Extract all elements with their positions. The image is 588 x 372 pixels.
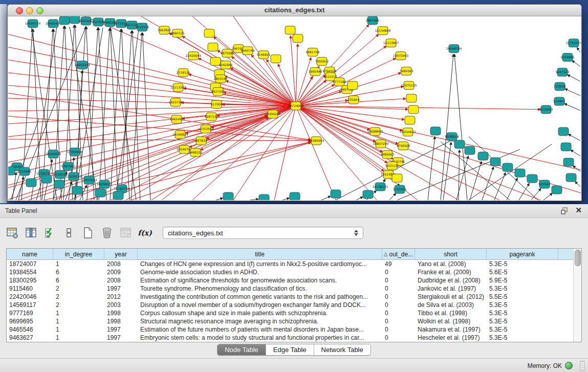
- graph-edge: [296, 80, 326, 106]
- tab-network-table[interactable]: Network Table: [314, 344, 371, 355]
- application-desktop: citations_edges.txt 14055724206914061065…: [0, 0, 588, 204]
- graph-node[interactable]: [41, 175, 52, 183]
- table-row[interactable]: 1938455462009Genome-wide association stu…: [7, 268, 573, 276]
- graph-node[interactable]: [54, 180, 64, 188]
- graph-node[interactable]: [563, 158, 574, 166]
- graph-node[interactable]: [290, 192, 300, 200]
- tab-node-table[interactable]: Node Table: [217, 344, 266, 355]
- column-header-title[interactable]: title: [138, 249, 382, 259]
- citation-network-graph[interactable]: 1405572420691406106532671527602646616010…: [8, 16, 581, 200]
- table-cell: Changes of HCN gene expression and I(f) …: [138, 260, 382, 268]
- apply-selection-button[interactable]: [43, 226, 57, 240]
- graph-node-label: 1115686: [18, 169, 32, 173]
- table-row[interactable]: 1830029562008Estimation of significance …: [7, 276, 573, 285]
- graph-node[interactable]: [408, 105, 419, 114]
- graph-node[interactable]: [223, 192, 233, 200]
- table-cell: 5.5E-5: [487, 293, 558, 300]
- function-icon: f(x): [138, 229, 152, 237]
- scrollbar-thumb[interactable]: [575, 250, 581, 266]
- vertical-scrollbar[interactable]: [573, 249, 581, 342]
- graph-node[interactable]: [347, 81, 358, 90]
- table-row[interactable]: 969969511998Structural magnetic resonanc…: [7, 317, 573, 325]
- nodes-layer: 1405572420691406106532671527602646616010…: [8, 16, 581, 200]
- table-toolbar: f(x) citations_edges.txt: [5, 223, 363, 243]
- table-row[interactable]: 946554611997Estimation of the future num…: [7, 325, 573, 334]
- table-row[interactable]: 1872400712008Changes of HCN gene express…: [7, 260, 573, 268]
- graph-edge: [389, 193, 396, 200]
- graph-node[interactable]: [392, 174, 402, 182]
- graph-edge: [571, 150, 580, 156]
- row-height-button[interactable]: [62, 226, 76, 240]
- import-table-button[interactable]: [119, 226, 133, 240]
- memory-ok-indicator[interactable]: [565, 362, 573, 369]
- graph-node[interactable]: [363, 190, 373, 199]
- select-column-button[interactable]: [24, 226, 38, 240]
- table-panel-header[interactable]: Table Panel ✕: [0, 204, 588, 218]
- graph-node[interactable]: [478, 152, 488, 160]
- graph-node[interactable]: [331, 190, 341, 198]
- graph-node[interactable]: [406, 94, 417, 102]
- table-cell: 0: [382, 269, 415, 276]
- graph-node[interactable]: [552, 186, 562, 194]
- graph-node-label: 17957253: [81, 178, 97, 182]
- column-header-pagerank[interactable]: pagerank: [487, 249, 558, 259]
- resize-grip[interactable]: [580, 361, 585, 371]
- graph-node[interactable]: [293, 34, 303, 42]
- graph-node[interactable]: [285, 26, 295, 34]
- graph-node[interactable]: [208, 43, 218, 51]
- graph-node[interactable]: [558, 127, 569, 136]
- table-row[interactable]: 946362711997Embryonic stem cells: a mode…: [7, 334, 573, 342]
- table-cell: 49: [382, 260, 415, 268]
- table-cell: 1998: [104, 318, 138, 325]
- table-row[interactable]: 911546021997Tourette syndrome. Phenomeno…: [7, 285, 573, 293]
- table-cell: 1997: [104, 334, 138, 341]
- network-canvas[interactable]: 1405572420691406106532671527602646616010…: [8, 16, 581, 200]
- graph-node[interactable]: [59, 16, 70, 25]
- table-row[interactable]: 1456911722003Disruption of a novel membe…: [7, 301, 573, 309]
- graph-node-label: 124441: [554, 99, 565, 103]
- column-header-short[interactable]: short: [415, 249, 487, 259]
- graph-node[interactable]: [26, 179, 36, 187]
- table-settings-icon: [6, 227, 18, 239]
- tab-edge-table[interactable]: Edge Table: [266, 344, 314, 355]
- column-header-in_degree[interactable]: in_degree: [53, 249, 104, 259]
- graph-node[interactable]: [95, 189, 105, 197]
- function-builder-button[interactable]: f(x): [138, 226, 152, 240]
- delete-column-button[interactable]: [100, 226, 114, 240]
- graph-node[interactable]: [271, 55, 281, 63]
- graph-node[interactable]: [405, 116, 415, 124]
- window-titlebar[interactable]: citations_edges.txt: [8, 5, 581, 16]
- graph-node-label: 8215953: [539, 107, 553, 111]
- graph-node[interactable]: [72, 186, 82, 194]
- graph-node[interactable]: [113, 191, 123, 200]
- table-row[interactable]: 2242004622012Investigating the contribut…: [7, 293, 573, 301]
- graph-node[interactable]: [430, 127, 441, 135]
- graph-node-label: 9484067: [381, 152, 395, 156]
- table-row[interactable]: 977716911998Corpus callosum shape and si…: [7, 309, 573, 317]
- column-header-out_de[interactable]: △out_de...: [382, 249, 415, 259]
- graph-node[interactable]: [527, 174, 537, 183]
- float-panel-icon[interactable]: [560, 207, 569, 215]
- close-panel-icon[interactable]: ✕: [575, 206, 582, 214]
- graph-node[interactable]: [204, 29, 214, 37]
- graph-node[interactable]: [8, 167, 15, 175]
- graph-node-label: 12213363: [170, 85, 186, 89]
- graph-edge: [568, 75, 580, 81]
- column-header-year[interactable]: year: [104, 249, 138, 259]
- graph-node[interactable]: [503, 163, 513, 171]
- new-column-button[interactable]: [81, 226, 95, 240]
- graph-node-label: 7955812: [315, 59, 329, 63]
- graph-node-label: 20206536: [46, 152, 61, 156]
- graph-node[interactable]: [515, 169, 525, 177]
- graph-node[interactable]: [454, 140, 465, 148]
- table-cell: 9465546: [7, 326, 53, 333]
- graph-node[interactable]: [490, 158, 500, 166]
- graph-node[interactable]: [259, 194, 269, 200]
- table-chooser-dropdown[interactable]: citations_edges.txt: [163, 227, 363, 239]
- graph-node-label: 6961758: [306, 50, 320, 54]
- table-settings-button[interactable]: [5, 226, 19, 240]
- graph-node[interactable]: [465, 146, 475, 155]
- graph-node[interactable]: [566, 173, 576, 182]
- column-header-name[interactable]: name: [7, 249, 53, 259]
- graph-node[interactable]: [561, 143, 571, 151]
